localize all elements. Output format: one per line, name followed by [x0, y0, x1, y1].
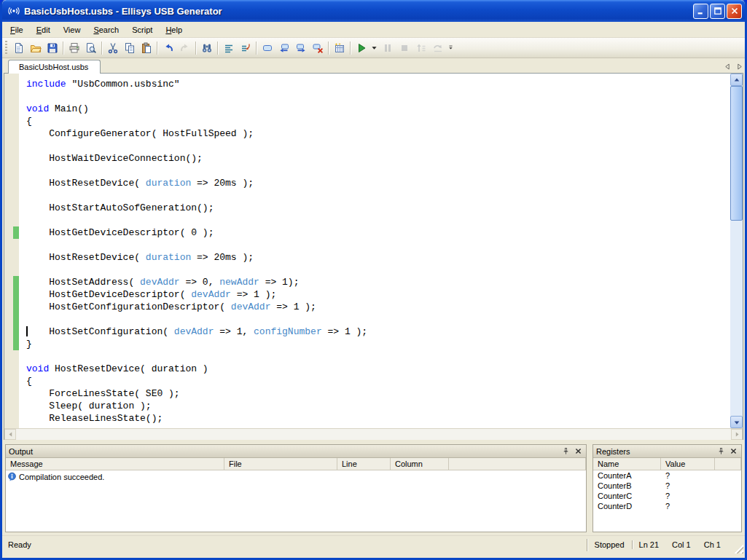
code-area[interactable]: include "UsbCommon.usbsinc"void Main(){ …: [19, 74, 743, 428]
output-pin-button[interactable]: [560, 446, 571, 457]
code-line[interactable]: Sleep( duration );: [26, 400, 728, 412]
resize-grip[interactable]: [732, 542, 743, 553]
code-line[interactable]: [26, 264, 728, 276]
code-line[interactable]: [26, 350, 728, 363]
column-header-file[interactable]: File: [224, 458, 337, 470]
scroll-left-button[interactable]: [4, 429, 16, 440]
pin-icon: [717, 447, 725, 455]
register-row[interactable]: CounterD?: [593, 501, 741, 511]
column-header-column[interactable]: Column: [391, 458, 449, 470]
save-button[interactable]: [44, 40, 60, 56]
output-close-button[interactable]: [573, 446, 583, 457]
goto-marker-button[interactable]: [237, 40, 254, 56]
menu-script[interactable]: Script: [125, 23, 159, 36]
code-line[interactable]: HostGetDeviceDescriptor( devAddr => 1 );: [26, 288, 728, 301]
code-line[interactable]: ConfigureGenerator( HostFullSpeed );: [26, 127, 728, 140]
code-line[interactable]: HostResetDevice( duration => 20ms );: [26, 251, 728, 264]
copy-button[interactable]: [121, 40, 138, 56]
registers-panel-titlebar[interactable]: Registers: [593, 445, 741, 458]
code-line[interactable]: [26, 239, 728, 251]
column-header-value[interactable]: Value: [661, 458, 715, 470]
code-line[interactable]: include "UsbCommon.usbsinc": [26, 78, 728, 90]
code-line[interactable]: HostGetConfigurationDescriptor( devAddr …: [26, 301, 728, 313]
toggle-breakpoint-button[interactable]: [259, 40, 275, 56]
register-row[interactable]: CounterA?: [593, 470, 741, 481]
find-button[interactable]: [198, 40, 215, 56]
tab-scroll-left-button[interactable]: [722, 61, 732, 71]
output-row[interactable]: Compilation succeeded.: [6, 470, 586, 481]
tab-basicusbhost[interactable]: BasicUsbHost.usbs: [8, 60, 101, 74]
cut-button[interactable]: [104, 40, 121, 56]
menu-file[interactable]: File: [4, 23, 30, 36]
code-line[interactable]: [26, 189, 728, 202]
run-options-dropdown[interactable]: [369, 40, 379, 56]
menu-help[interactable]: Help: [159, 23, 189, 36]
insert-transfer-button[interactable]: [331, 40, 348, 56]
code-line[interactable]: ReleaseLinesState();: [26, 412, 728, 425]
scrollbar-track[interactable]: [730, 86, 743, 416]
menu-edit[interactable]: Edit: [30, 23, 57, 36]
title-bar[interactable]: BasicUsbHost.usbs - Ellisys USB Generato…: [2, 0, 745, 22]
new-file-button[interactable]: [10, 40, 27, 56]
open-file-button[interactable]: [27, 40, 44, 56]
breakpoint-next-icon: [295, 42, 307, 54]
paste-button[interactable]: [138, 40, 155, 56]
toolbar-overflow-button[interactable]: [446, 40, 455, 56]
code-line[interactable]: [26, 165, 728, 177]
code-line[interactable]: HostSetAddress( devAddr => 0, newAddr =>…: [26, 276, 728, 288]
clear-breakpoints-button[interactable]: [309, 40, 326, 56]
maximize-button[interactable]: [710, 4, 725, 19]
status-run-state: Stopped: [587, 539, 632, 551]
register-row[interactable]: CounterC?: [593, 491, 741, 501]
undo-button[interactable]: [160, 40, 176, 56]
next-breakpoint-button[interactable]: [292, 40, 309, 56]
text-caret: [26, 326, 28, 336]
menu-view[interactable]: View: [57, 23, 87, 36]
code-line[interactable]: [26, 140, 728, 152]
bottom-dock: Output MessageFileLineColumn Compilation…: [2, 440, 745, 535]
code-line[interactable]: void Main(): [26, 103, 728, 115]
registers-close-button[interactable]: [728, 446, 738, 457]
column-header-name[interactable]: Name: [593, 458, 661, 470]
code-line[interactable]: [26, 313, 728, 326]
code-line[interactable]: HostWaitDeviceConnection();: [26, 152, 728, 165]
registers-pin-button[interactable]: [716, 446, 726, 457]
menu-search[interactable]: Search: [87, 23, 125, 36]
editor-body: include "UsbCommon.usbsinc"void Main(){ …: [4, 74, 743, 428]
scrollbar-thumb[interactable]: [730, 86, 743, 221]
gutter-cell: [4, 189, 19, 202]
minimize-button[interactable]: [693, 4, 708, 19]
print-button[interactable]: [66, 40, 82, 56]
close-button[interactable]: [727, 4, 742, 19]
goto-line-button[interactable]: [220, 40, 237, 56]
status-caret-position: Ln 21 Col 1 Ch 1: [632, 540, 727, 549]
tab-scroll-right-button[interactable]: [734, 61, 744, 71]
lines-arrow-icon: [240, 42, 251, 54]
code-line[interactable]: HostStartAutoSofGeneration();: [26, 202, 728, 214]
scroll-right-button[interactable]: [731, 429, 743, 440]
code-line[interactable]: ForceLinesState( SE0 );: [26, 387, 728, 400]
code-line[interactable]: {: [26, 375, 728, 387]
toolbar-grip[interactable]: [4, 41, 8, 55]
column-header-message[interactable]: Message: [6, 458, 224, 470]
arrow-left-icon: [7, 430, 15, 438]
toolbar-separator: [157, 42, 157, 55]
code-line[interactable]: void HostResetDevice( duration ): [26, 363, 728, 375]
scroll-down-button[interactable]: [730, 416, 743, 428]
run-icon: [356, 42, 367, 54]
code-line[interactable]: {: [26, 115, 728, 127]
pin-icon: [562, 447, 570, 455]
output-panel-titlebar[interactable]: Output: [6, 445, 586, 458]
code-line[interactable]: [26, 90, 728, 103]
code-line[interactable]: HostResetDevice( duration => 20ms );: [26, 177, 728, 189]
previous-breakpoint-button[interactable]: [275, 40, 292, 56]
print-preview-button[interactable]: [82, 40, 99, 56]
register-row[interactable]: CounterB?: [593, 481, 741, 491]
scroll-up-button[interactable]: [730, 74, 743, 86]
code-line[interactable]: }: [26, 338, 728, 350]
code-line[interactable]: [26, 214, 728, 226]
code-line[interactable]: HostGetDeviceDescriptor( 0 );: [26, 226, 728, 239]
run-button[interactable]: [353, 40, 369, 56]
code-line[interactable]: HostSetConfiguration( devAddr => 1, conf…: [26, 326, 728, 338]
column-header-line[interactable]: Line: [337, 458, 391, 470]
